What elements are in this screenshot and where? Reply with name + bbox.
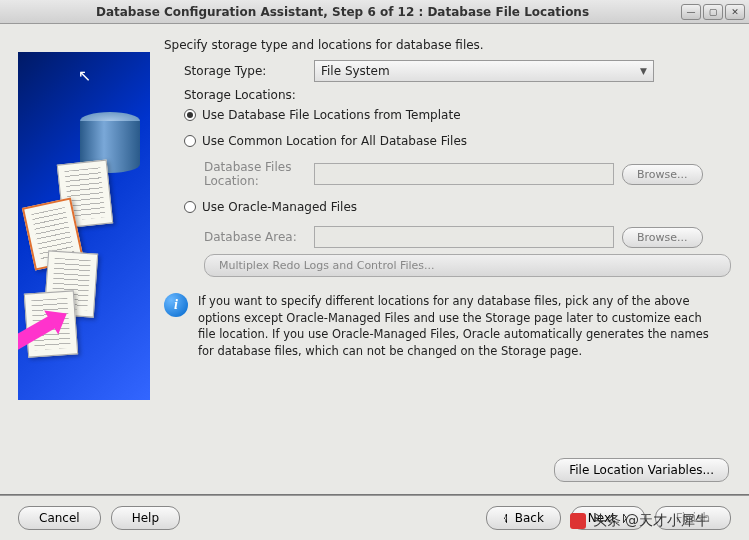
multiplex-button: Multiplex Redo Logs and Control Files... [204, 254, 731, 277]
storage-type-select[interactable]: File System [314, 60, 654, 82]
db-area-label: Database Area: [164, 230, 314, 244]
radio-icon [184, 135, 196, 147]
chevron-left-icon: ⦉ [503, 511, 509, 525]
db-files-location-label: Database Files Location: [164, 160, 314, 188]
storage-locations-label: Storage Locations: [184, 88, 731, 102]
radio-common-label: Use Common Location for All Database Fil… [202, 134, 467, 148]
cancel-button[interactable]: Cancel [18, 506, 101, 530]
db-area-input [314, 226, 614, 248]
help-button[interactable]: Help [111, 506, 180, 530]
back-button[interactable]: ⦉ Back [486, 506, 561, 530]
file-location-variables-button[interactable]: File Location Variables... [554, 458, 729, 482]
cursor-icon: ↖ [78, 66, 91, 85]
back-label: Back [515, 511, 544, 525]
radio-template[interactable]: Use Database File Locations from Templat… [184, 108, 731, 122]
storage-type-value: File System [321, 64, 390, 78]
maximize-icon[interactable]: ▢ [703, 4, 723, 20]
radio-icon [184, 109, 196, 121]
info-icon: i [164, 293, 188, 317]
storage-type-label: Storage Type: [164, 64, 314, 78]
instruction-text: Specify storage type and locations for d… [164, 38, 731, 52]
next-button[interactable]: Next ⦊ [571, 506, 645, 530]
minimize-icon[interactable]: — [681, 4, 701, 20]
browse-button: Browse... [622, 227, 703, 248]
radio-common-location[interactable]: Use Common Location for All Database Fil… [184, 134, 731, 148]
radio-icon [184, 201, 196, 213]
browse-button: Browse... [622, 164, 703, 185]
next-label: Next [588, 511, 616, 525]
db-files-location-input [314, 163, 614, 185]
info-text: If you want to specify different locatio… [198, 293, 721, 360]
wizard-graphic: ↖ [18, 52, 150, 400]
titlebar: Database Configuration Assistant, Step 6… [0, 0, 749, 24]
close-icon[interactable]: ✕ [725, 4, 745, 20]
radio-omf-label: Use Oracle-Managed Files [202, 200, 357, 214]
radio-oracle-managed[interactable]: Use Oracle-Managed Files [184, 200, 731, 214]
radio-template-label: Use Database File Locations from Templat… [202, 108, 461, 122]
finish-button: Finish [655, 506, 731, 530]
window-title: Database Configuration Assistant, Step 6… [4, 5, 681, 19]
chevron-right-icon: ⦊ [622, 511, 628, 525]
